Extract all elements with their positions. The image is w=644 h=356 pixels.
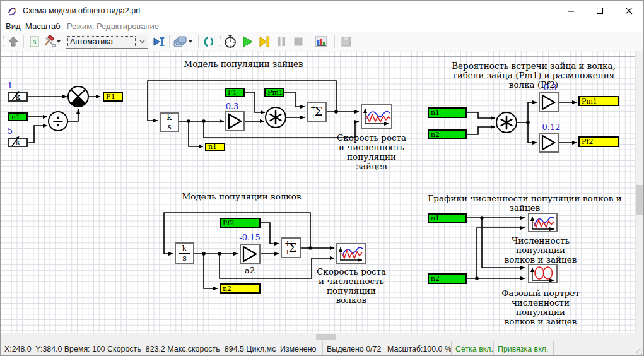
gain-value: 0.3: [221, 102, 243, 111]
plot-block-phase-portrait[interactable]: [529, 264, 557, 283]
gain-block-pf2[interactable]: [539, 133, 558, 152]
close-button[interactable]: [614, 1, 643, 21]
layers-button[interactable]: [172, 34, 194, 49]
menu-scale[interactable]: Масштаб: [25, 21, 61, 31]
signal-block-pm1-out[interactable]: Pm1: [578, 96, 619, 106]
caption-hares: Скорость роста и численность популяции з…: [334, 133, 409, 171]
gain-block-pm1[interactable]: [539, 93, 558, 112]
svg-text:s: s: [33, 38, 37, 46]
horizontal-scrollbar[interactable]: [1, 333, 644, 341]
pause-icon: [276, 36, 287, 47]
pause-button[interactable]: [274, 34, 289, 49]
gain-value: 0.12: [538, 122, 565, 132]
stopwatch-button[interactable]: [223, 34, 238, 49]
caption-wolves: Скорость роста и численность популяции в…: [313, 267, 389, 305]
script-button[interactable]: s: [26, 34, 42, 49]
maximize-icon: [597, 8, 604, 15]
bar-chart-icon: [314, 35, 328, 48]
combobox-value: Автоматика: [67, 36, 136, 47]
gain-block-hares[interactable]: [226, 112, 244, 131]
multiplier-block-hares[interactable]: [266, 107, 286, 128]
up-level-button[interactable]: [6, 34, 21, 49]
save-results-button[interactable]: [339, 34, 354, 49]
junction-dot: [526, 121, 530, 124]
multiply-block[interactable]: [68, 86, 88, 107]
run-button[interactable]: [240, 34, 255, 49]
status-zoom: Масштаб:100.0 %: [383, 341, 452, 356]
plot-block-wolves[interactable]: [337, 244, 365, 263]
tools-button[interactable]: [42, 34, 61, 49]
var-gain-block-k1[interactable]: k: [8, 92, 28, 102]
menubar: Вид Масштаб Режим: Редактирование: [1, 21, 643, 32]
caption-phase: Фазовый портрет численности популяции во…: [490, 288, 591, 326]
signal-block-pf2[interactable]: Pf2: [220, 218, 261, 228]
play-icon: [241, 35, 254, 48]
section-title-wolves: Модель популяции волков: [182, 192, 302, 201]
section-title-graphs: Графики численности популяции волков и з…: [421, 194, 629, 213]
titlebar: Схема модели общего вида2.prt: [1, 1, 643, 21]
step-into-button[interactable]: [151, 34, 167, 49]
signal-block-n2-in[interactable]: n2: [428, 129, 467, 139]
mode-value: Редактирование: [97, 21, 159, 31]
signal-block-pm1[interactable]: Pm1: [264, 88, 284, 97]
sum-block-wolves[interactable]: + + Σ: [281, 237, 301, 258]
multiplier-block-meeting[interactable]: [496, 112, 517, 133]
minimize-icon: [568, 8, 575, 15]
vertical-scroll-thumb[interactable]: [636, 185, 644, 215]
signal-block-n1-in[interactable]: n1: [428, 107, 467, 118]
plot-block-populations[interactable]: [529, 213, 557, 232]
gain-value: -0.15: [236, 233, 264, 242]
app-window: Схема модели общего вида2.prt Вид Масшта…: [0, 0, 644, 356]
signal-block-n1-out[interactable]: n1: [205, 143, 225, 151]
section-title-hares: Модель популяции зайцев: [184, 59, 303, 69]
signal-block-n1-graph[interactable]: n1: [428, 213, 467, 223]
var-arrow-icon: [8, 88, 28, 102]
script-icon: s: [28, 35, 40, 48]
integrator-numerator: k: [164, 114, 175, 122]
sum-block-hares[interactable]: + + Σ: [307, 102, 327, 122]
toolbar-separator: [23, 35, 24, 48]
toolbar: s Автоматика: [1, 32, 643, 52]
integrator-numerator: k: [179, 245, 190, 254]
wires-hares[interactable]: [148, 81, 359, 146]
toolbar-separator: [198, 35, 199, 48]
maximize-button[interactable]: [585, 1, 614, 21]
mode-combobox[interactable]: Автоматика: [66, 35, 148, 49]
status-grid: Сетка вкл.: [452, 341, 494, 356]
charts-button[interactable]: [313, 34, 329, 49]
integrator-block-wolves[interactable]: k s: [175, 242, 194, 264]
vertical-scrollbar[interactable]: [635, 51, 644, 333]
status-snap: Привязка вкл.: [494, 341, 554, 356]
close-icon: [626, 8, 633, 15]
signal-block-n1[interactable]: n1: [8, 112, 28, 121]
signal-block-n2-graph[interactable]: n2: [428, 273, 467, 284]
stop-button[interactable]: [291, 34, 306, 49]
toolbar-grip[interactable]: [220, 36, 221, 47]
schema-canvas[interactable]: 1 k n1 5 k F1 Модель популяции зайцев F1…: [1, 51, 635, 333]
integrator-block-hares[interactable]: k s: [160, 112, 179, 132]
skip-to-end-icon: [258, 35, 271, 48]
resize-grip[interactable]: [636, 349, 642, 355]
brackets-button[interactable]: [201, 34, 216, 49]
plot-block-hares[interactable]: [361, 104, 392, 128]
caption-populations: Численность популяции волков и зайцев: [496, 236, 585, 264]
gain-name: a2: [241, 266, 259, 275]
chevron-down-icon[interactable]: [136, 40, 148, 44]
brackets-icon: [202, 35, 215, 48]
signal-block-pf2-out[interactable]: Pf2: [578, 136, 619, 147]
minimize-button[interactable]: [556, 1, 585, 21]
save-results-icon: [340, 35, 353, 48]
var-gain-block-k2[interactable]: k: [8, 138, 28, 147]
divide-block[interactable]: [49, 112, 67, 131]
signal-block-f1[interactable]: F1: [225, 88, 245, 97]
horizontal-scroll-thumb[interactable]: [316, 334, 336, 340]
signal-block-f1-out[interactable]: F1: [103, 92, 123, 102]
window-title: Схема модели общего вида2.prt: [23, 6, 141, 15]
run-to-end-button[interactable]: [257, 34, 272, 49]
signal-block-n2-out[interactable]: n2: [220, 283, 261, 294]
toolbar-grip[interactable]: [3, 36, 4, 47]
mode-label: Режим:: [67, 21, 95, 31]
gain-block-wolves[interactable]: [240, 244, 260, 264]
toolbar-separator: [169, 35, 170, 48]
menu-view[interactable]: Вид: [6, 21, 21, 31]
